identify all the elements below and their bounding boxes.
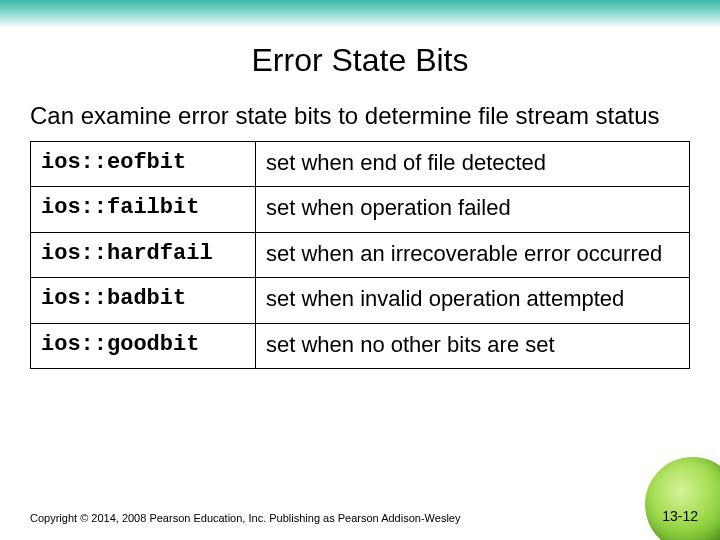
table-row: ios::badbit set when invalid operation a… bbox=[31, 278, 690, 323]
header-gradient bbox=[0, 0, 720, 28]
bit-desc: set when an irrecoverable error occurred bbox=[256, 232, 690, 277]
bit-name: ios::badbit bbox=[31, 278, 256, 323]
page-title: Error State Bits bbox=[0, 42, 720, 79]
bit-desc: set when operation failed bbox=[256, 187, 690, 232]
intro-text: Can examine error state bits to determin… bbox=[30, 101, 690, 131]
table-row: ios::failbit set when operation failed bbox=[31, 187, 690, 232]
bit-name: ios::hardfail bbox=[31, 232, 256, 277]
copyright-footer: Copyright © 2014, 2008 Pearson Education… bbox=[30, 512, 460, 524]
error-bits-table: ios::eofbit set when end of file detecte… bbox=[30, 141, 690, 369]
table-row: ios::eofbit set when end of file detecte… bbox=[31, 142, 690, 187]
table-row: ios::goodbit set when no other bits are … bbox=[31, 323, 690, 368]
bit-name: ios::goodbit bbox=[31, 323, 256, 368]
bit-desc: set when invalid operation attempted bbox=[256, 278, 690, 323]
bit-desc: set when no other bits are set bbox=[256, 323, 690, 368]
bit-name: ios::eofbit bbox=[31, 142, 256, 187]
lime-decor-icon bbox=[645, 457, 720, 540]
table-row: ios::hardfail set when an irrecoverable … bbox=[31, 232, 690, 277]
bit-desc: set when end of file detected bbox=[256, 142, 690, 187]
bit-name: ios::failbit bbox=[31, 187, 256, 232]
slide-number: 13-12 bbox=[662, 508, 698, 524]
